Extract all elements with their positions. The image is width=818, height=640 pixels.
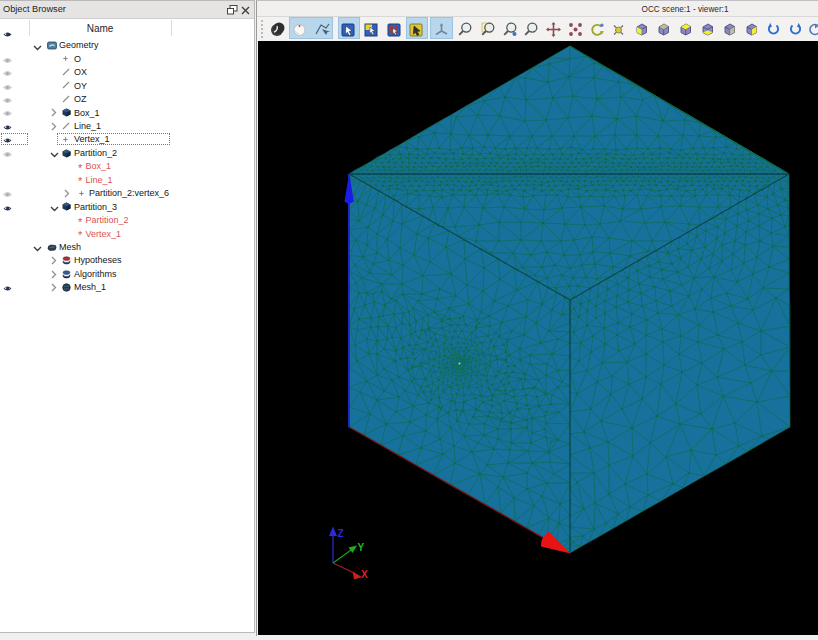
svg-text:Z: Z [338, 528, 344, 539]
svg-text:Y: Y [358, 542, 365, 553]
svg-text:X: X [361, 569, 368, 580]
